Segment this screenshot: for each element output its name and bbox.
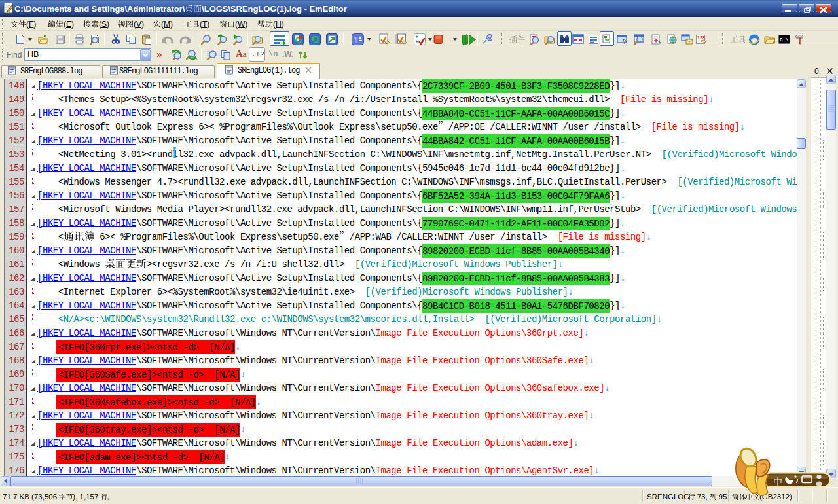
svg-text:C:\: C:\ — [780, 37, 789, 43]
svg-text:¶: ¶ — [354, 35, 358, 43]
svg-text:123: 123 — [697, 35, 705, 40]
